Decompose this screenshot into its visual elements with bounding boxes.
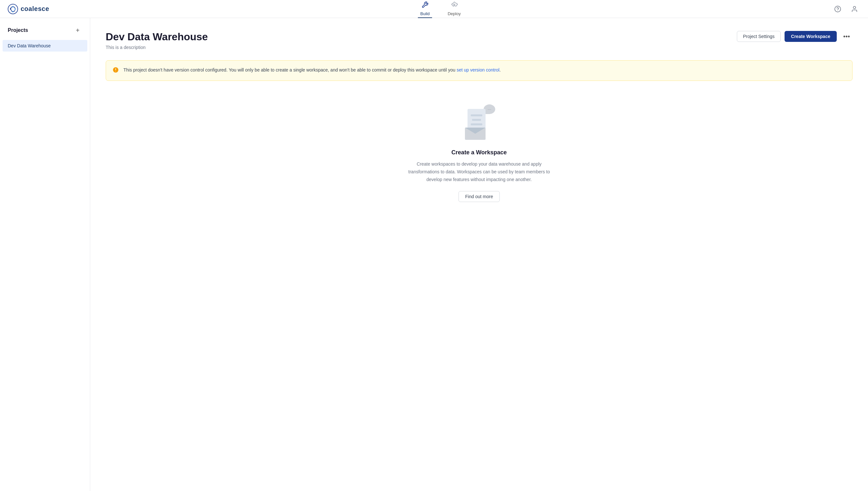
project-title: Dev Data Warehouse — [106, 31, 208, 43]
version-control-link[interactable]: set up version control — [457, 67, 499, 73]
deploy-icon — [451, 1, 458, 10]
project-description: This is a description — [106, 45, 208, 50]
sidebar-header: Projects + — [0, 26, 90, 40]
warning-text: This project doesn't have version contro… — [123, 66, 501, 74]
svg-point-1 — [10, 8, 11, 9]
add-project-button[interactable]: + — [73, 26, 82, 35]
tab-build-label: Build — [421, 11, 430, 16]
sidebar-item-dev-data-warehouse[interactable]: Dev Data Warehouse — [3, 40, 87, 52]
main-content: Dev Data Warehouse This is a description… — [90, 18, 868, 491]
find-out-more-button[interactable]: Find out more — [459, 191, 500, 202]
warning-icon — [112, 67, 119, 75]
top-nav: coalesce Build Deploy — [0, 0, 868, 18]
more-options-button[interactable]: ••• — [841, 32, 852, 41]
logo-text: coalesce — [21, 5, 49, 12]
svg-point-3 — [12, 6, 13, 7]
empty-state: ··· Create a Workspace Create workspaces… — [106, 96, 852, 208]
build-icon — [422, 1, 429, 10]
sidebar-title: Projects — [8, 27, 28, 33]
project-header: Dev Data Warehouse This is a description… — [106, 31, 852, 50]
svg-point-10 — [115, 71, 116, 71]
svg-point-0 — [8, 4, 18, 13]
svg-point-2 — [15, 8, 16, 9]
project-settings-button[interactable]: Project Settings — [737, 31, 781, 42]
user-icon — [851, 5, 858, 12]
logo-icon — [8, 4, 18, 14]
warning-banner: This project doesn't have version contro… — [106, 60, 852, 81]
logo-link[interactable]: coalesce — [8, 4, 49, 14]
layout: Projects + Dev Data Warehouse Dev Data W… — [0, 18, 868, 491]
sidebar: Projects + Dev Data Warehouse — [0, 18, 90, 491]
user-button[interactable] — [849, 3, 860, 15]
tab-deploy[interactable]: Deploy — [445, 0, 463, 18]
svg-point-6 — [835, 6, 841, 11]
empty-state-title: Create a Workspace — [452, 149, 507, 156]
envelope-icon — [465, 127, 486, 140]
svg-point-5 — [454, 4, 455, 5]
help-icon — [834, 5, 841, 12]
ellipsis-icon: ••• — [843, 33, 850, 40]
help-button[interactable] — [832, 3, 843, 15]
create-workspace-button[interactable]: Create Workspace — [785, 31, 837, 42]
nav-right — [832, 3, 860, 15]
empty-state-description: Create workspaces to develop your data w… — [408, 161, 550, 183]
empty-state-illustration: ··· — [460, 103, 498, 141]
svg-point-4 — [12, 11, 13, 12]
tab-deploy-label: Deploy — [447, 11, 460, 16]
nav-tabs: Build Deploy — [418, 0, 463, 18]
add-icon: + — [76, 27, 80, 34]
svg-point-7 — [837, 10, 838, 10]
project-title-area: Dev Data Warehouse This is a description — [106, 31, 208, 50]
svg-point-8 — [853, 6, 856, 8]
project-actions: Project Settings Create Workspace ••• — [737, 31, 852, 42]
tab-build[interactable]: Build — [418, 0, 432, 18]
